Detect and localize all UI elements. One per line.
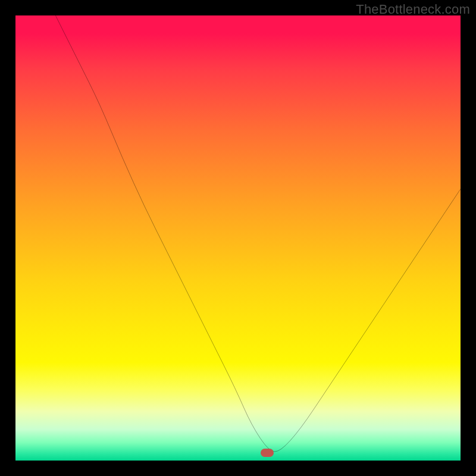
optimum-marker xyxy=(261,449,274,457)
chart-plot-area xyxy=(15,15,461,461)
curve-path xyxy=(55,15,461,452)
bottleneck-curve xyxy=(15,15,461,461)
